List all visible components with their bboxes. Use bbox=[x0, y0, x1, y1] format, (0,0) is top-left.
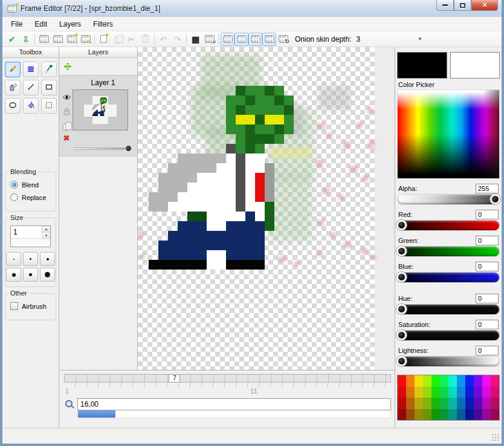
layer-thumbnail[interactable] bbox=[73, 89, 128, 131]
palette-swatch[interactable] bbox=[398, 375, 406, 387]
onion-depth-dropdown-icon[interactable]: ▼ bbox=[418, 36, 422, 42]
green-slider-thumb[interactable] bbox=[396, 246, 407, 256]
line-tool-button[interactable] bbox=[23, 80, 39, 95]
replace-radio[interactable] bbox=[10, 193, 18, 201]
palette-swatch[interactable] bbox=[440, 398, 448, 409]
palette-swatch[interactable] bbox=[474, 398, 482, 409]
layer-duplicate-icon[interactable] bbox=[63, 124, 68, 131]
lightness-value-input[interactable]: 0 bbox=[476, 346, 499, 355]
replace-option[interactable]: Replace bbox=[10, 193, 52, 201]
blue-slider[interactable] bbox=[398, 273, 499, 282]
green-value-input[interactable]: 0 bbox=[476, 236, 499, 245]
toggle-grid-button[interactable]: ▦ bbox=[189, 33, 202, 46]
red-value-input[interactable]: 0 bbox=[476, 210, 499, 219]
zoom-level-input[interactable] bbox=[77, 398, 391, 410]
palette-swatch[interactable] bbox=[482, 409, 491, 421]
palette-swatch[interactable] bbox=[491, 375, 499, 387]
layer-delete-icon[interactable]: ✖ bbox=[63, 135, 70, 142]
palette-swatch[interactable] bbox=[398, 409, 406, 421]
palette-swatch[interactable] bbox=[423, 387, 431, 398]
red-slider-thumb[interactable] bbox=[396, 220, 407, 230]
palette-swatch[interactable] bbox=[415, 409, 423, 421]
palette-swatch[interactable] bbox=[406, 398, 415, 409]
close-button[interactable]: ✕ bbox=[471, 0, 498, 11]
size-value[interactable]: 1 bbox=[11, 226, 42, 238]
duplicate-frame-button[interactable]: ↘ bbox=[79, 33, 92, 46]
palette-swatch[interactable] bbox=[406, 409, 415, 421]
alpha-slider-thumb[interactable] bbox=[490, 194, 500, 204]
brush-size-4-button[interactable] bbox=[6, 268, 21, 282]
minimize-button[interactable] bbox=[436, 0, 454, 11]
current-frame-thumb[interactable]: 7 bbox=[169, 374, 180, 383]
palette-swatch[interactable] bbox=[474, 387, 482, 398]
palette-swatch[interactable] bbox=[457, 387, 465, 398]
resize-grip[interactable] bbox=[491, 433, 500, 442]
palette-swatch[interactable] bbox=[431, 398, 440, 409]
palette-swatch[interactable] bbox=[415, 387, 423, 398]
size-spinner[interactable]: 1 ▲ ▼ bbox=[10, 225, 51, 247]
palette-swatch[interactable] bbox=[431, 409, 440, 421]
onion-show-prev-button[interactable]: ← bbox=[221, 33, 234, 46]
opacity-thumb[interactable] bbox=[125, 145, 132, 152]
primary-color-swatch[interactable] bbox=[397, 52, 447, 79]
move-frame-right-button[interactable]: → bbox=[51, 33, 65, 46]
spray-tool-button[interactable] bbox=[5, 80, 21, 95]
palette-swatch[interactable] bbox=[491, 409, 499, 421]
palette-swatch[interactable] bbox=[457, 409, 465, 421]
menu-edit[interactable]: Edit bbox=[28, 17, 53, 31]
hue-value-input[interactable]: 0 bbox=[476, 294, 499, 303]
palette-swatch[interactable] bbox=[482, 387, 491, 398]
saturation-value-input[interactable]: 0 bbox=[476, 320, 499, 329]
fill-tool-button[interactable] bbox=[23, 98, 39, 114]
rectangle-tool-button[interactable] bbox=[41, 80, 57, 95]
color-picker-tool-button[interactable] bbox=[41, 62, 57, 77]
menu-filters[interactable]: Filters bbox=[87, 17, 119, 31]
palette-swatch[interactable] bbox=[440, 375, 448, 387]
size-down-button[interactable]: ▼ bbox=[42, 233, 50, 239]
brush-size-3-button[interactable] bbox=[40, 252, 55, 266]
layer-lock-icon[interactable] bbox=[63, 107, 70, 118]
palette-swatch[interactable] bbox=[474, 375, 482, 387]
onion-loop-button[interactable]: ↻ bbox=[276, 33, 290, 46]
layer-row[interactable]: Layer 1 ✖ bbox=[59, 75, 137, 157]
palette-swatch[interactable] bbox=[423, 398, 431, 409]
palette-swatch[interactable] bbox=[431, 387, 440, 398]
palette-swatch[interactable] bbox=[491, 387, 499, 398]
onion-depth-value[interactable]: 3 bbox=[356, 35, 360, 44]
menu-file[interactable]: File bbox=[5, 17, 28, 31]
add-frame-button[interactable]: ↓✦ bbox=[65, 33, 79, 46]
palette-swatch[interactable] bbox=[482, 375, 491, 387]
palette-swatch[interactable] bbox=[415, 398, 423, 409]
palette-swatch[interactable] bbox=[465, 375, 474, 387]
import-button[interactable]: ⇩ bbox=[19, 33, 33, 46]
palette-swatch[interactable] bbox=[491, 398, 499, 409]
menu-layers[interactable]: Layers bbox=[53, 17, 87, 31]
blue-slider-thumb[interactable] bbox=[396, 272, 407, 282]
brush-tool-button[interactable] bbox=[23, 62, 39, 77]
saturation-slider[interactable] bbox=[398, 331, 499, 340]
saturation-slider-thumb[interactable] bbox=[396, 330, 407, 340]
palette-swatch[interactable] bbox=[440, 387, 448, 398]
palette-swatch[interactable] bbox=[448, 398, 457, 409]
onion-show-next-button[interactable]: → bbox=[248, 33, 262, 46]
palette-swatch[interactable] bbox=[406, 375, 415, 387]
palette-swatch[interactable] bbox=[423, 409, 431, 421]
palette-swatch[interactable] bbox=[474, 409, 482, 421]
color-gradient-picker[interactable] bbox=[397, 89, 500, 179]
onion-next-button[interactable]: → bbox=[262, 33, 276, 46]
hue-slider[interactable] bbox=[398, 305, 499, 314]
pencil-tool-button[interactable] bbox=[5, 62, 21, 77]
blue-value-input[interactable]: 0 bbox=[476, 262, 499, 271]
airbrush-checkbox[interactable] bbox=[10, 302, 18, 310]
palette-swatch[interactable] bbox=[398, 387, 406, 398]
red-slider[interactable] bbox=[398, 221, 499, 230]
palette-swatch[interactable] bbox=[423, 375, 431, 387]
onion-prev-button[interactable]: ← bbox=[234, 33, 248, 46]
select-tool-button[interactable] bbox=[41, 98, 57, 114]
layer-opacity-slider[interactable] bbox=[74, 146, 132, 151]
palette-swatch[interactable] bbox=[457, 375, 465, 387]
brush-size-5-button[interactable] bbox=[23, 268, 38, 282]
hue-slider-thumb[interactable] bbox=[396, 304, 407, 314]
canvas-area[interactable] bbox=[138, 47, 395, 370]
frame-ruler[interactable]: 7 bbox=[64, 374, 391, 383]
